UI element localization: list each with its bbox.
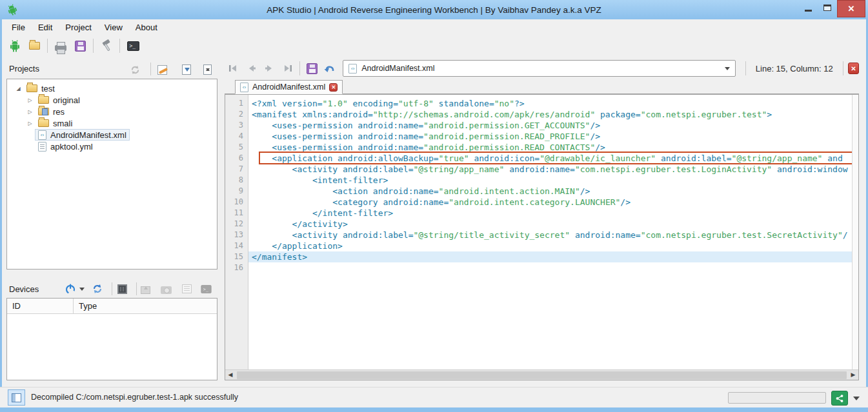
go-previous-button[interactable]	[243, 60, 261, 77]
collapsed-expander-icon[interactable]: ▷	[25, 121, 35, 126]
xml-file-icon	[240, 83, 248, 92]
status-options-caret[interactable]	[853, 397, 860, 404]
sign-export-button[interactable]	[155, 63, 169, 77]
vertical-scrollbar[interactable]	[852, 95, 858, 369]
tree-item-androidmanifest-xml[interactable]: AndroidManifest.xml	[7, 129, 217, 141]
code-line-15[interactable]: </manifest>	[248, 251, 852, 262]
panel-separator	[112, 282, 112, 295]
collapsed-expander-icon[interactable]: ▷	[25, 97, 35, 103]
tree-item-apktool-yml[interactable]: apktool.yml	[7, 141, 217, 152]
menu-file[interactable]: File	[5, 21, 32, 34]
code-line-7[interactable]: <activity android:label="@string/app_nam…	[248, 164, 852, 175]
line-number: 7	[225, 164, 248, 175]
code-line-2[interactable]: <manifest xmlns:android="http://schemas.…	[248, 109, 852, 120]
logcat-icon	[182, 284, 192, 293]
code-line-8[interactable]: <intent-filter>	[248, 175, 852, 186]
tree-item-test[interactable]: ◢test	[7, 83, 217, 94]
tree-item-label: original	[53, 95, 80, 105]
go-first-icon	[228, 64, 239, 73]
tab-label: AndroidManifest.xml	[252, 83, 325, 92]
hammer-icon	[100, 39, 113, 52]
save-file-button[interactable]	[303, 60, 321, 77]
undo-button[interactable]	[321, 60, 339, 77]
code-line-10[interactable]: <category android:name="android.intent.c…	[248, 197, 852, 208]
tree-item-smali[interactable]: ▷smali	[7, 117, 217, 129]
minimize-button[interactable]	[798, 0, 818, 15]
menu-project[interactable]: Project	[59, 21, 97, 34]
collapse-all-icon	[203, 64, 212, 75]
close-window-button[interactable]: ✕	[837, 0, 865, 17]
screenshot-button	[159, 282, 173, 296]
code-line-4[interactable]: <uses-permission android:name="android.p…	[248, 131, 852, 142]
line-number: 5	[225, 142, 248, 153]
go-next-button[interactable]	[260, 60, 278, 77]
line-number: 1	[225, 98, 248, 109]
install-framework-button[interactable]	[179, 63, 194, 77]
code-line-5[interactable]: <uses-permission android:name="android.p…	[248, 142, 852, 153]
collapse-all-button[interactable]	[200, 63, 214, 77]
line-number: 2	[225, 109, 248, 120]
device-power-button[interactable]	[63, 282, 77, 296]
code-line-14[interactable]: </application>	[248, 240, 852, 251]
code-line-13[interactable]: <activity android:label="@string/title_a…	[248, 230, 852, 240]
print-button[interactable]	[51, 37, 70, 55]
open-folder-button[interactable]	[25, 37, 44, 55]
build-button[interactable]	[97, 37, 116, 55]
close-file-button[interactable]: ✕	[848, 63, 859, 74]
code-line-11[interactable]: </intent-filter>	[248, 208, 852, 219]
close-tab-button[interactable]: ✕	[329, 83, 338, 92]
share-button[interactable]	[831, 391, 848, 406]
code-editor: 12345678910111213141516 <?xml version="1…	[225, 94, 859, 380]
expanded-expander-icon[interactable]: ◢	[14, 86, 23, 92]
go-first-button[interactable]	[225, 60, 243, 77]
project-tree[interactable]: ◢test▷original▷res▷smaliAndroidManifest.…	[6, 79, 217, 270]
window-title: APK Studio | Android Reverse Engineering…	[0, 5, 868, 15]
menu-about[interactable]: About	[129, 21, 164, 34]
tree-item-res[interactable]: ▷res	[7, 106, 217, 117]
code-line-6[interactable]: <application android:allowBackup="true" …	[248, 153, 852, 164]
tree-item-label: apktool.yml	[50, 142, 93, 152]
code-line-1[interactable]: <?xml version="1.0" encoding="utf-8" sta…	[248, 98, 852, 109]
tree-item-body: res	[35, 106, 68, 117]
save-icon	[75, 41, 86, 52]
save-button[interactable]	[70, 37, 90, 55]
tree-item-original[interactable]: ▷original	[7, 94, 217, 106]
device-refresh-button[interactable]	[90, 282, 105, 296]
tree-item-label: AndroidManifest.xml	[50, 130, 126, 140]
code-line-12[interactable]: </activity>	[248, 219, 852, 230]
scroll-right-arrow-icon[interactable]: ▶	[848, 370, 858, 380]
power-options-caret[interactable]	[79, 285, 85, 293]
device-chip-button[interactable]	[115, 282, 129, 296]
code-line-9[interactable]: <action android:name="android.intent.act…	[248, 186, 852, 197]
go-last-button[interactable]	[278, 60, 296, 77]
line-number: 14	[225, 240, 248, 251]
horizontal-scrollbar[interactable]: ◀ ▶	[225, 369, 858, 380]
devices-panel-title: Devices	[9, 284, 39, 294]
folder-icon	[26, 84, 37, 92]
scroll-left-arrow-icon[interactable]: ◀	[225, 370, 236, 380]
panel-toggle-button[interactable]	[8, 389, 25, 406]
line-number: 9	[225, 186, 248, 197]
devices-table[interactable]: ID Type	[6, 298, 217, 380]
tree-item-body: AndroidManifest.xml	[35, 129, 130, 141]
terminal-button[interactable]	[123, 37, 143, 55]
code-line-16[interactable]	[248, 262, 852, 273]
open-apk-button[interactable]	[5, 37, 25, 55]
menu-view[interactable]: View	[98, 21, 129, 34]
tab-androidmanifest[interactable]: AndroidManifest.xml ✕	[235, 80, 343, 94]
folder-res-icon	[38, 108, 49, 115]
code-lines[interactable]: <?xml version="1.0" encoding="utf-8" sta…	[248, 95, 852, 369]
maximize-button[interactable]	[818, 0, 837, 15]
code-line-3[interactable]: <uses-permission android:name="android.p…	[248, 120, 852, 131]
column-header-type[interactable]: Type	[74, 299, 217, 313]
toolbar-separator	[843, 61, 843, 75]
menu-edit[interactable]: Edit	[32, 21, 59, 34]
collapsed-expander-icon[interactable]: ▷	[25, 109, 35, 115]
open-file-selector[interactable]: AndroidManifest.xml	[343, 60, 736, 77]
printer-icon	[55, 45, 66, 51]
power-icon	[65, 283, 76, 295]
horizontal-scroll-thumb[interactable]	[237, 371, 847, 379]
column-header-id[interactable]: ID	[7, 299, 74, 313]
line-number: 16	[225, 262, 248, 273]
tree-item-body: test	[23, 83, 58, 94]
